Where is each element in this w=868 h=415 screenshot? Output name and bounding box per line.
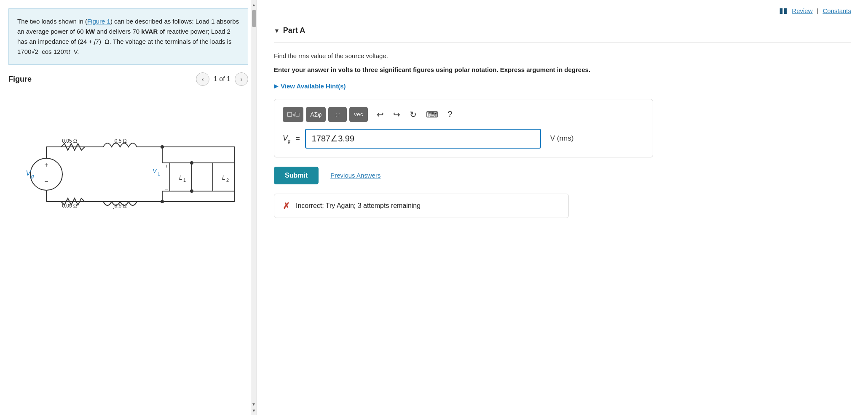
figure-nav: ‹ 1 of 1 › [196, 72, 248, 86]
unit-label: V (rms) [550, 134, 574, 143]
svg-text:1: 1 [183, 178, 185, 183]
arrows-icon: ↕↑ [335, 111, 340, 118]
greek-icon: ΑΣφ [310, 111, 321, 118]
equals-sign: = [295, 134, 300, 143]
part-header: ▼ Part A [274, 19, 851, 43]
sqrt-button[interactable]: ☐√□ [283, 107, 303, 122]
instruction-text: Enter your answer in volts to three sign… [274, 65, 851, 75]
help-icon: ? [447, 109, 452, 119]
redo-icon: ↪ [393, 109, 400, 120]
hint-link[interactable]: ▶ View Available Hint(s) [274, 82, 851, 90]
constants-link[interactable]: Constants [822, 7, 851, 14]
error-icon: ✗ [283, 201, 290, 211]
circuit-svg: + − V g 0.05 Ω j0.5 Ω [19, 101, 238, 231]
arrows-button[interactable]: ↕↑ [328, 107, 347, 122]
review-icon: ▮▮ [779, 6, 788, 15]
collapse-arrow[interactable]: ▼ [274, 27, 280, 34]
svg-text:0.05 Ω: 0.05 Ω [62, 203, 77, 209]
submit-area: Submit Previous Answers [274, 167, 851, 184]
figure-title: Figure [8, 75, 32, 84]
scroll-bottom[interactable]: ▼ [251, 402, 257, 407]
svg-text:j0.5 Ω: j0.5 Ω [113, 203, 127, 209]
keyboard-button[interactable]: ⌨ [423, 108, 442, 121]
figure-area: + − V g 0.05 Ω j0.5 Ω [0, 90, 257, 415]
figure-next-button[interactable]: › [235, 72, 248, 86]
svg-text:L: L [179, 174, 182, 181]
hint-label[interactable]: View Available Hint(s) [281, 82, 346, 90]
svg-text:+: + [165, 163, 168, 169]
svg-text:−: − [44, 178, 48, 185]
help-button[interactable]: ? [444, 108, 455, 121]
svg-point-35 [161, 145, 164, 149]
question-text: Find the rms value of the source voltage… [274, 52, 851, 59]
top-bar: ▮▮ Review | Constants [274, 0, 851, 19]
previous-answers-link[interactable]: Previous Answers [330, 172, 380, 179]
undo-button[interactable]: ↩ [373, 108, 387, 121]
refresh-icon: ↻ [410, 109, 417, 120]
error-text: Incorrect; Try Again; 3 attempts remaini… [296, 202, 421, 210]
svg-point-37 [190, 161, 193, 165]
keyboard-icon: ⌨ [426, 109, 438, 120]
svg-text:2: 2 [226, 178, 228, 183]
svg-text:V: V [26, 169, 31, 177]
var-v: V [283, 134, 288, 142]
svg-point-38 [190, 189, 193, 193]
sqrt-icon: ☐√□ [287, 111, 299, 118]
separator: | [817, 7, 819, 14]
variable-label: Vg [283, 134, 290, 144]
var-sub: g [288, 138, 290, 143]
svg-text:L: L [157, 171, 160, 176]
refresh-button[interactable]: ↻ [406, 108, 420, 121]
scroll-thumb[interactable] [252, 10, 256, 27]
submit-button[interactable]: Submit [274, 167, 319, 184]
scroll-up-arrow[interactable]: ▲ [252, 2, 257, 8]
svg-text:0.05 Ω: 0.05 Ω [62, 138, 77, 144]
svg-text:L: L [222, 174, 225, 181]
svg-text:+: + [44, 161, 48, 168]
figure-prev-button[interactable]: ‹ [196, 72, 209, 86]
redo-button[interactable]: ↪ [390, 108, 404, 121]
vec-label: vec [354, 111, 363, 117]
circuit-diagram: + − V g 0.05 Ω j0.5 Ω [8, 94, 248, 237]
toolbar-sep-1 [370, 108, 371, 121]
figure-header: Figure ‹ 1 of 1 › [0, 65, 257, 90]
error-box: ✗ Incorrect; Try Again; 3 attempts remai… [274, 194, 569, 218]
answer-container: ☐√□ ΑΣφ ↕↑ vec ↩ ↪ ↻ ⌨ [274, 99, 653, 157]
undo-icon: ↩ [377, 109, 384, 120]
answer-row: Vg = V (rms) [283, 129, 644, 149]
figure-count: 1 of 1 [214, 75, 230, 83]
part-title: Part A [283, 26, 305, 35]
left-panel: ▲ ▼ The two loads shown in (Figure 1) ca… [0, 0, 257, 415]
svg-text:g: g [31, 173, 34, 179]
hint-arrow-icon: ▶ [274, 83, 278, 89]
answer-input[interactable] [305, 129, 541, 149]
review-link[interactable]: Review [792, 7, 812, 14]
figure-link[interactable]: Figure 1 [87, 18, 110, 25]
problem-text: The two loads shown in (Figure 1) can be… [8, 8, 248, 65]
vec-button[interactable]: vec [349, 107, 368, 122]
math-toolbar: ☐√□ ΑΣφ ↕↑ vec ↩ ↪ ↻ ⌨ [283, 107, 644, 122]
ασφ-button[interactable]: ΑΣφ [306, 107, 326, 122]
svg-point-36 [161, 200, 164, 203]
right-panel: ▮▮ Review | Constants ▼ Part A Find the … [257, 0, 868, 415]
